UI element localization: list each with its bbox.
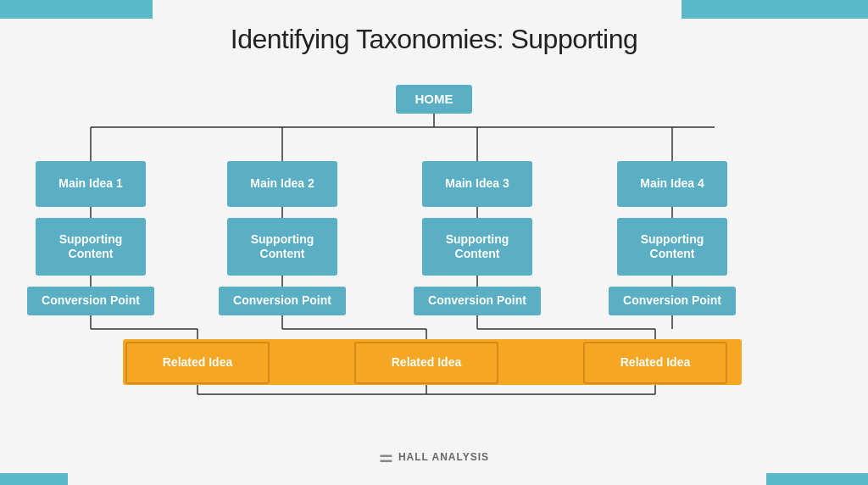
main-idea-4-node: Main Idea 4 [617, 161, 727, 207]
supporting-content-3-node: Supporting Content [422, 218, 532, 276]
conversion-point-2-node: Conversion Point [219, 287, 346, 315]
related-idea-3-node: Related Idea [583, 342, 727, 384]
main-idea-2-node: Main Idea 2 [227, 161, 337, 207]
conversion-point-4-node: Conversion Point [609, 287, 736, 315]
branding-icon: ⚌ [379, 448, 393, 466]
corner-decoration-tr [682, 0, 868, 19]
corner-decoration-tl [0, 0, 153, 19]
branding-text: HALL ANALYSIS [398, 451, 489, 463]
main-idea-3-node: Main Idea 3 [422, 161, 532, 207]
conversion-point-1-node: Conversion Point [27, 287, 154, 315]
related-idea-2-node: Related Idea [354, 342, 498, 384]
branding-area: ⚌ HALL ANALYSIS [379, 448, 489, 466]
related-idea-1-node: Related Idea [125, 342, 270, 384]
main-idea-1-node: Main Idea 1 [36, 161, 146, 207]
taxonomy-diagram: HOME Main Idea 1 Main Idea 2 Main Idea 3… [0, 68, 868, 475]
supporting-content-4-node: Supporting Content [617, 218, 727, 276]
corner-decoration-br [766, 473, 868, 485]
corner-decoration-bl [0, 473, 68, 485]
conversion-point-3-node: Conversion Point [414, 287, 541, 315]
supporting-content-2-node: Supporting Content [227, 218, 337, 276]
home-node: HOME [396, 85, 472, 114]
supporting-content-1-node: Supporting Content [36, 218, 146, 276]
